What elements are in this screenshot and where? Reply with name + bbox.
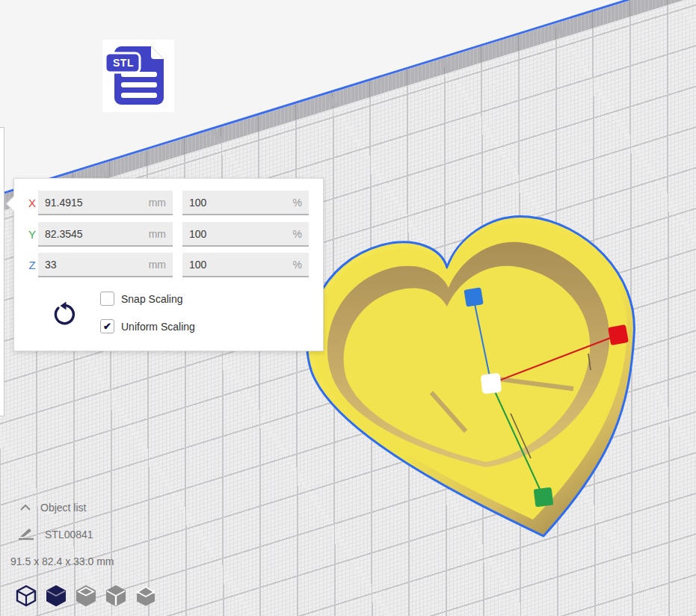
model-slope-icon <box>17 527 35 542</box>
cube-shaded-icon <box>74 584 98 608</box>
scale-z-mm-input[interactable] <box>45 259 144 271</box>
scale-tool-panel: X mm % Y mm % Z mm <box>13 178 324 351</box>
scale-z-mm-field: mm <box>38 253 173 277</box>
mm-unit-label: mm <box>144 197 166 209</box>
cube-open-icon <box>134 584 158 608</box>
tool-button-cube-wireframe[interactable] <box>13 583 38 608</box>
axis-z-label: Z <box>25 259 39 271</box>
stl-badge-label: STL <box>108 57 139 69</box>
scale-x-mm-input[interactable] <box>45 197 144 209</box>
scale-y-percent-input[interactable] <box>189 228 289 240</box>
scale-x-mm-field: mm <box>38 191 173 215</box>
model-heart[interactable] <box>295 209 647 546</box>
object-list-item[interactable]: STL00841 <box>10 526 114 543</box>
object-list-title: Object list <box>40 502 86 514</box>
rotate-counterclockwise-icon <box>50 301 77 328</box>
tool-button-cube-split[interactable] <box>103 583 128 608</box>
checkmark: ✔ <box>103 321 111 332</box>
scale-z-percent-input[interactable] <box>189 259 289 271</box>
tool-button-cube-shaded[interactable] <box>73 583 98 608</box>
model-dimensions: 91.5 x 82.4 x 33.0 mm <box>10 555 114 567</box>
view-toolbar <box>13 583 158 608</box>
snap-scaling-checkbox[interactable] <box>100 292 114 306</box>
mm-unit-label: mm <box>144 228 166 240</box>
tool-button-cube-open[interactable] <box>133 583 158 608</box>
cube-solid-icon <box>44 584 68 608</box>
collapsed-panel-edge <box>0 127 4 416</box>
chevron-up-icon <box>19 503 31 512</box>
uniform-scaling-checkbox[interactable]: ✔ <box>100 319 114 333</box>
scale-x-percent-field: % <box>182 191 309 215</box>
stl-file-thumbnail: STL <box>102 40 174 112</box>
scale-y-mm-field: mm <box>38 222 173 247</box>
scale-handle-x[interactable] <box>608 324 629 345</box>
percent-unit-label: % <box>289 259 302 271</box>
scale-handle-z[interactable] <box>464 287 483 307</box>
percent-unit-label: % <box>289 228 302 240</box>
axis-y-label: Y <box>25 228 39 241</box>
reset-scale-button[interactable] <box>50 301 77 328</box>
cube-wireframe-icon <box>14 584 38 608</box>
object-list-item-name: STL00841 <box>45 529 93 540</box>
object-list-header[interactable]: Object list <box>10 499 114 516</box>
axis-x-label: X <box>25 197 39 209</box>
scale-x-percent-input[interactable] <box>189 197 289 209</box>
cube-split-icon <box>104 584 128 608</box>
scale-handle-center[interactable] <box>481 373 502 395</box>
viewport-3d: STL X mm % Y mm % <box>0 0 696 616</box>
tool-button-cube-solid[interactable] <box>43 583 68 608</box>
scale-y-mm-input[interactable] <box>45 228 144 240</box>
scale-y-percent-field: % <box>182 222 309 247</box>
stl-document-icon <box>102 40 174 112</box>
percent-unit-label: % <box>289 197 302 209</box>
snap-scaling-label: Snap Scaling <box>121 293 183 305</box>
mm-unit-label: mm <box>144 259 166 271</box>
object-list: Object list STL00841 91.5 x 82.4 x 33.0 … <box>10 499 114 567</box>
scale-z-percent-field: % <box>182 253 309 277</box>
scale-handle-y[interactable] <box>534 487 554 508</box>
uniform-scaling-label: Uniform Scaling <box>121 321 195 333</box>
